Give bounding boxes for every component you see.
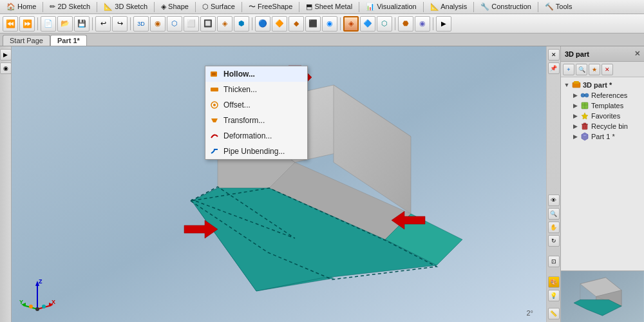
side-btn-measure[interactable]: 📏 (548, 308, 560, 319)
rpt-btn-2[interactable]: 🔍 (576, 64, 587, 75)
menu-freeshape[interactable]: 〜 FreeShape (245, 1, 296, 13)
tree-expand-references[interactable]: ▶ (572, 92, 578, 99)
side-btn-pin[interactable]: 📌 (548, 62, 560, 74)
menu-home[interactable]: 🏠 Home (3, 1, 40, 12)
tree-expand-3dpart[interactable]: ▼ (564, 82, 570, 88)
left-btn-2[interactable]: ◉ (0, 62, 12, 74)
right-panel-header: 3D part ✕ (561, 46, 644, 62)
axis-indicator: Z Y X (18, 277, 57, 316)
svg-point-18 (213, 104, 216, 106)
menu-visualization[interactable]: 📊 Visualization (362, 1, 421, 12)
tb-btn-extra3[interactable]: ⬣ (398, 16, 413, 32)
menu-sep-4 (195, 2, 196, 12)
tb-btn-2[interactable]: ⏩ (19, 16, 35, 32)
tb-sep-1 (37, 17, 38, 30)
tree-icon-templates (580, 101, 589, 110)
tb-btn-save[interactable]: 💾 (74, 16, 90, 32)
ctx-pipeunbend[interactable]: Pipe Unbending... (205, 144, 307, 159)
ctx-offset[interactable]: Offset... (205, 97, 307, 113)
rpt-btn-3[interactable]: ★ (589, 64, 600, 75)
tab-startpage[interactable]: Start Page (3, 35, 50, 46)
tree-item-part1[interactable]: ▶ Part 1 * (562, 131, 643, 142)
menu-construction[interactable]: 🔧 Construction (477, 1, 535, 12)
menu-sep-9 (473, 2, 474, 12)
right-panel-close[interactable]: ✕ (634, 50, 640, 58)
ctx-thicken[interactable]: Thicken... (205, 82, 307, 97)
tree-icon-part1 (580, 132, 589, 141)
tb-btn-1[interactable]: ⏪ (3, 16, 18, 32)
menu-3dsketch[interactable]: 📐 3D Sketch (100, 1, 151, 12)
side-btn-rotate[interactable]: ↻ (548, 235, 560, 247)
menubar: 🏠 Home ✏ 2D Sketch 📐 3D Sketch ◈ Shape ⬡… (0, 0, 644, 14)
menu-sep-3 (154, 2, 155, 12)
tb-btn-view6[interactable]: ⬢ (234, 16, 249, 32)
side-btn-close[interactable]: ✕ (548, 49, 560, 61)
tree-item-favorites[interactable]: ▶ Favorites (562, 111, 643, 121)
svg-rect-16 (211, 88, 218, 91)
ctx-hollow[interactable]: Hollow... (205, 66, 307, 82)
menu-surface[interactable]: ⬡ Surface (198, 1, 239, 12)
svg-marker-40 (582, 113, 588, 119)
tree-item-templates[interactable]: ▶ Templates (562, 100, 643, 111)
tree-expand-favorites[interactable]: ▶ (572, 113, 578, 119)
tb-sep-2 (92, 17, 93, 30)
side-btn-view[interactable]: 👁 (548, 194, 560, 206)
tb-btn-extra4[interactable]: ◉ (415, 16, 430, 32)
rpt-btn-4[interactable]: ✕ (601, 64, 613, 75)
menu-shape[interactable]: ◈ Shape (157, 1, 193, 12)
tb-btn-view5[interactable]: ◈ (217, 16, 232, 32)
svg-point-34 (581, 93, 585, 97)
tree-icon-favorites (580, 111, 589, 120)
svg-text:Z: Z (39, 278, 43, 285)
ctx-transform[interactable]: Transform... (205, 113, 307, 128)
tb-btn-m3[interactable]: ◆ (289, 16, 304, 32)
tb-btn-hollow[interactable]: ◈ (343, 16, 359, 32)
tb-btn-extra1[interactable]: 🔷 (360, 16, 375, 32)
tb-btn-m2[interactable]: 🔶 (272, 16, 287, 32)
tree-panel: ▼ 3D part * ▶ (561, 77, 644, 270)
menu-2dsketch[interactable]: ✏ 2D Sketch (46, 1, 94, 12)
ctx-deformation[interactable]: Deformation... (205, 128, 307, 144)
side-btn-light[interactable]: 💡 (548, 290, 560, 301)
tb-btn-new[interactable]: 📄 (41, 16, 56, 32)
tb-btn-m1[interactable]: 🔵 (255, 16, 270, 32)
tb-btn-view1[interactable]: ◉ (150, 16, 166, 32)
right-panel-thumbnail (561, 270, 644, 322)
svg-text:Y: Y (19, 299, 23, 305)
tb-btn-3d[interactable]: 3D (133, 16, 149, 32)
tree-expand-recyclebin[interactable]: ▶ (572, 123, 578, 129)
tb-btn-view2[interactable]: ⬡ (167, 16, 182, 32)
tb-btn-m5[interactable]: ◉ (322, 16, 337, 32)
tb-btn-redo[interactable]: ↪ (112, 16, 128, 32)
menu-analysis[interactable]: 📐 Analysis (426, 1, 471, 12)
viewport[interactable]: Hollow... Thicken... Offset... (12, 46, 546, 322)
svg-text:X: X (52, 299, 55, 305)
tb-btn-indicator[interactable]: ▶ (436, 16, 451, 32)
menu-tools[interactable]: 🔨 Tools (541, 1, 576, 12)
tree-label-part1: Part 1 * (591, 133, 615, 140)
tree-label-references: References (591, 91, 627, 99)
side-btn-color[interactable]: 🎨 (548, 276, 560, 288)
rpt-btn-1[interactable]: + (563, 64, 574, 75)
tb-btn-extra2[interactable]: ⬡ (377, 16, 392, 32)
tb-btn-m4[interactable]: ⬛ (305, 16, 321, 32)
tb-sep-7 (433, 17, 433, 30)
side-btn-pan[interactable]: ✋ (548, 222, 560, 233)
tree-expand-templates[interactable]: ▶ (572, 102, 578, 109)
tree-item-3dpart[interactable]: ▼ 3D part * (562, 80, 643, 90)
right-panel-title: 3D part (565, 50, 589, 58)
tab-part1[interactable]: Part 1* (50, 35, 87, 46)
tree-item-references[interactable]: ▶ References (562, 90, 643, 100)
tree-item-recyclebin[interactable]: ▶ Recycle bin (562, 121, 643, 131)
tb-btn-undo[interactable]: ↩ (95, 16, 111, 32)
tb-btn-view3[interactable]: ⬜ (184, 16, 199, 32)
offset-icon (209, 100, 220, 110)
pipeunbend-icon (209, 146, 220, 156)
side-btn-fit[interactable]: ⊡ (548, 256, 560, 267)
tb-btn-open[interactable]: 📂 (57, 16, 73, 32)
tb-btn-view4[interactable]: 🔲 (200, 16, 216, 32)
tree-expand-part1[interactable]: ▶ (572, 133, 578, 140)
menu-sheetmetal[interactable]: ⬒ Sheet Metal (302, 1, 356, 12)
side-btn-zoom[interactable]: 🔍 (548, 208, 560, 220)
left-btn-1[interactable]: ▶ (0, 49, 12, 61)
